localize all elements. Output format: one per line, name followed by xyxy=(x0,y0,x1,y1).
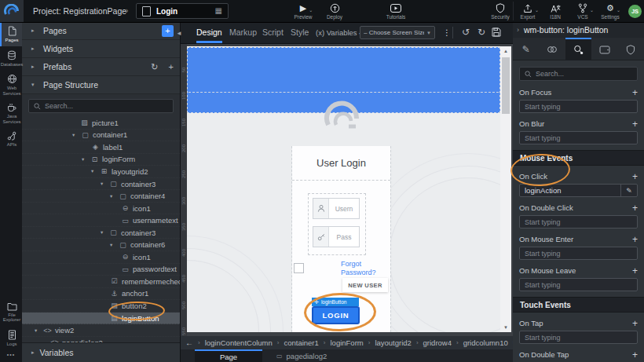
tree-node-button2[interactable]: ▤button2 xyxy=(22,300,180,313)
pages-grid-icon[interactable]: ▦ xyxy=(215,7,222,15)
canvas-tab-script[interactable]: Script xyxy=(262,22,284,43)
collapse-explorer-icon[interactable]: ◄ xyxy=(176,30,182,37)
event-input-on-focus[interactable]: Start typing xyxy=(519,100,638,113)
breadcrumb-item-layoutgrid2[interactable]: layoutgrid2 xyxy=(375,338,411,347)
utility-settings-button[interactable]: ⚙⌄Settings xyxy=(598,3,623,20)
add-page-button[interactable]: + xyxy=(162,25,174,37)
activity-item-file-explorer[interactable]: File Explorer xyxy=(0,298,22,326)
add-event-icon[interactable]: + xyxy=(632,235,638,244)
inspector-tab-styles[interactable] xyxy=(539,38,565,60)
section-page-structure[interactable]: ▾Page Structure xyxy=(22,76,180,94)
primary-preview-button[interactable]: ▶⌄Preview xyxy=(291,3,316,20)
new-user-button[interactable]: NEW USER xyxy=(342,278,388,292)
tab-pagedialog2[interactable]: ▭ pagedialog2 xyxy=(276,349,327,362)
tree-node-icon1[interactable]: ⊖icon1 xyxy=(22,251,180,264)
chevron-down-icon[interactable]: ▾ xyxy=(110,242,115,248)
page-structure-search-input[interactable]: Search... xyxy=(28,99,174,113)
variables-menu[interactable]: (x) Variables ▾ xyxy=(316,22,361,43)
breadcrumb-back-icon[interactable]: ← xyxy=(185,338,193,347)
tree-node-loginForm[interactable]: ▾⊡loginForm xyxy=(22,154,180,166)
collapse-panel-icon[interactable]: › xyxy=(517,26,519,34)
open-page-tab[interactable]: Login ▦ xyxy=(136,3,229,19)
add-event-icon[interactable]: + xyxy=(632,350,638,360)
screen-size-select[interactable]: – Choose Screen Size – ▼ xyxy=(360,26,435,39)
events-search-input[interactable]: Search... xyxy=(519,67,638,81)
canvas-tab-markup[interactable]: Markup xyxy=(229,22,257,43)
event-input-on-blur[interactable]: Start typing xyxy=(519,131,638,144)
utility-i18n-button[interactable]: I18N xyxy=(543,3,568,20)
tree-node-view2[interactable]: ▾<>view2 xyxy=(22,324,180,337)
canvas-tab-style[interactable]: Style xyxy=(291,22,309,43)
inspector-tab-pencil[interactable]: ✎ xyxy=(513,38,539,60)
remember-me-checkbox[interactable] xyxy=(294,263,304,273)
add-event-icon[interactable]: + xyxy=(632,88,638,97)
tree-node-usernametext[interactable]: ▭usernametext xyxy=(22,214,180,227)
user-avatar[interactable]: JS xyxy=(628,5,642,18)
tree-node-remembermecheck[interactable]: ☑remembermecheck xyxy=(22,276,180,288)
event-input-on-mouse-leave[interactable]: Start typing xyxy=(519,278,638,291)
refresh-icon[interactable]: ↻ xyxy=(151,62,158,71)
event-input-on-tap[interactable]: Start typing xyxy=(519,331,638,344)
tab-page[interactable]: Page xyxy=(195,349,262,362)
chevron-down-icon[interactable]: ▾ xyxy=(82,156,87,163)
more-icon[interactable]: ••• xyxy=(0,349,22,362)
activity-item-web-services[interactable]: Web Services xyxy=(0,70,22,99)
tree-node-container6[interactable]: ▾▢container6 xyxy=(22,239,180,251)
redo-icon[interactable]: ↻ xyxy=(478,22,485,43)
section-widgets[interactable]: ▸Widgets xyxy=(22,40,180,58)
inspector-tab-shield2[interactable] xyxy=(618,38,644,60)
tree-node-container4[interactable]: ▾▢container4 xyxy=(22,190,180,203)
activity-item-logs[interactable]: Logs xyxy=(0,326,22,350)
section-prefabs[interactable]: ▸Prefabs↻+ xyxy=(22,58,180,76)
save-icon[interactable] xyxy=(492,27,501,37)
tree-node-container1[interactable]: ▾▢container1 xyxy=(22,130,180,142)
add-event-icon[interactable]: + xyxy=(632,266,638,276)
activity-item-java-services[interactable]: Java Services xyxy=(0,99,22,127)
add-event-icon[interactable]: + xyxy=(632,319,638,328)
chevron-down-icon[interactable]: ▾ xyxy=(101,229,106,236)
activity-item-pages[interactable]: Pages xyxy=(0,22,22,46)
scroll-up-icon[interactable]: ▲ xyxy=(500,46,511,56)
event-input-on-click[interactable]: loginAction✎ xyxy=(519,184,638,197)
add-event-icon[interactable]: + xyxy=(632,172,638,181)
tree-node-layoutgrid2[interactable]: ▾⊞layoutgrid2 xyxy=(22,166,180,178)
add-event-icon[interactable]: + xyxy=(632,203,638,213)
activity-item-databases[interactable]: Databases xyxy=(0,46,22,71)
more-options-icon[interactable]: ⋮ xyxy=(443,22,451,43)
password-field[interactable]: Pass xyxy=(313,226,360,247)
plus-icon[interactable]: + xyxy=(169,62,174,71)
add-event-icon[interactable]: + xyxy=(632,119,638,129)
chevron-down-icon[interactable]: ▾ xyxy=(110,193,115,199)
username-field[interactable]: Usern xyxy=(313,198,360,219)
chevron-down-icon[interactable]: ▾ xyxy=(101,181,106,187)
undo-icon[interactable]: ↺ xyxy=(462,22,470,43)
event-input-on-mouse-enter[interactable]: Start typing xyxy=(519,247,638,260)
breadcrumb-item-container1[interactable]: container1 xyxy=(284,338,318,347)
forgot-password-link[interactable]: Forgot Password? xyxy=(341,260,376,277)
tree-node-pagedialog2[interactable]: <>pagedialog2 xyxy=(22,337,180,342)
variables-section-header[interactable]: ▸ Variables xyxy=(22,342,180,362)
tree-node-container3[interactable]: ▾▢container3 xyxy=(22,178,180,191)
breadcrumb-item-loginForm[interactable]: loginForm xyxy=(330,338,363,347)
inspector-tab-device[interactable] xyxy=(591,38,617,60)
chevron-down-icon[interactable]: ▾ xyxy=(91,168,97,174)
utility-export-button[interactable]: ⌄Export xyxy=(515,3,540,20)
tree-node-icon1[interactable]: ⊖icon1 xyxy=(22,203,180,215)
chevron-down-icon[interactable]: ▾ xyxy=(72,132,78,138)
utility-security-button[interactable]: Security xyxy=(488,3,513,20)
tree-node-container3[interactable]: ▾▢container3 xyxy=(22,227,180,240)
activity-item-apis[interactable]: APIs xyxy=(0,127,22,151)
wavemaker-logo-icon[interactable] xyxy=(0,0,24,22)
primary-tutorials-button[interactable]: Tutorials xyxy=(383,3,408,20)
tree-node-passwordtext[interactable]: ▭passwordtext xyxy=(22,264,180,276)
tree-node-anchor1[interactable]: ⚓anchor1 xyxy=(22,288,180,301)
design-page[interactable]: User Login Usern Pass xyxy=(187,46,500,332)
section-pages[interactable]: ▸Pages+ xyxy=(22,22,180,40)
chevron-down-icon[interactable]: ▾ xyxy=(35,327,40,334)
tree-node-loginButton[interactable]: ▤loginButton xyxy=(22,313,180,325)
utility-vcs-button[interactable]: ⌄VCS xyxy=(570,3,595,20)
primary-deploy-button[interactable]: Deploy xyxy=(322,3,347,20)
scroll-down-icon[interactable]: ▼ xyxy=(500,323,511,332)
breadcrumb-item-gridcolumn10[interactable]: gridcolumn10 xyxy=(463,338,508,347)
tree-node-picture1[interactable]: ▨picture1 xyxy=(22,117,180,130)
